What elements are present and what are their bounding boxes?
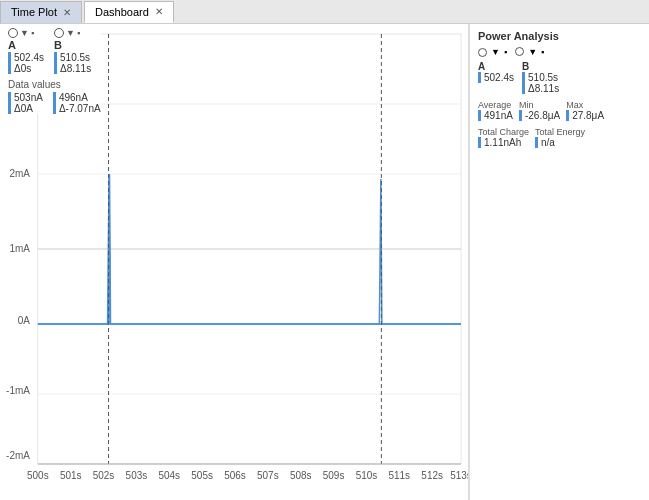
stat-average: Average 491nA — [478, 100, 513, 121]
power-panel-title: Power Analysis — [478, 30, 641, 42]
panel-cursor-b-pin-icon: ▼ — [528, 47, 537, 57]
tab-bar: Time Plot ✕ Dashboard ✕ — [0, 0, 649, 24]
panel-cursor-a-cam-icon: ▪ — [504, 47, 507, 57]
cursor-b-time: 510.5s Δ8.11s — [54, 52, 91, 74]
max-value: 27.8μA — [566, 110, 604, 121]
data-values-label: Data values — [8, 79, 101, 90]
svg-text:509s: 509s — [323, 470, 345, 481]
svg-text:506s: 506s — [224, 470, 246, 481]
svg-text:502s: 502s — [93, 470, 115, 481]
panel-cursor-b-delta: Δ8.11s — [522, 83, 559, 94]
data-values-section: Data values 503nA Δ0A 496nA Δ-7.07nA — [8, 79, 101, 114]
min-label: Min — [519, 100, 560, 110]
svg-text:503s: 503s — [126, 470, 148, 481]
cursor-b-pin-icon: ▼ — [66, 28, 75, 38]
svg-text:1mA: 1mA — [9, 243, 30, 254]
data-b-delta: Δ-7.07nA — [59, 103, 101, 114]
panel-cursor-row: A 502.4s B 510.5s Δ8.11s — [478, 61, 641, 94]
stat-min: Min -26.8μA — [519, 100, 560, 121]
cursor-b-label: B — [54, 39, 91, 51]
svg-text:501s: 501s — [60, 470, 82, 481]
cursor-b-icons: ▼ ▪ — [54, 28, 91, 38]
panel-cursor-a-time: 502.4s — [478, 72, 514, 83]
panel-cursor-b-cam-icon: ▪ — [541, 47, 544, 57]
cursor-b-block: ▼ ▪ B 510.5s Δ8.11s — [54, 28, 91, 75]
panel-stats: Average 491nA Min -26.8μA Max 27.8μA — [478, 100, 641, 121]
panel-cursor-a-label: A — [478, 61, 514, 72]
panel-cursor-a-block: A 502.4s — [478, 61, 514, 94]
svg-text:505s: 505s — [191, 470, 213, 481]
cursor-a-pin-icon: ▼ — [20, 28, 29, 38]
average-value: 491nA — [478, 110, 513, 121]
svg-text:512s: 512s — [421, 470, 443, 481]
svg-text:511s: 511s — [389, 470, 411, 481]
tab-timeplot-close[interactable]: ✕ — [63, 7, 71, 18]
cursor-a-circle-icon — [8, 28, 18, 38]
cursor-a-icons: ▼ ▪ — [8, 28, 44, 38]
plot-header: ▼ ▪ A 502.4s Δ0s ▼ ▪ B — [8, 28, 101, 114]
svg-text:513s: 513s — [450, 470, 468, 481]
svg-text:508s: 508s — [290, 470, 312, 481]
data-row: 503nA Δ0A 496nA Δ-7.07nA — [8, 92, 101, 114]
cursor-a-label: A — [8, 39, 44, 51]
svg-text:507s: 507s — [257, 470, 279, 481]
tab-dashboard-label: Dashboard — [95, 6, 149, 18]
svg-text:504s: 504s — [158, 470, 180, 481]
panel-cursor-a-pin-icon: ▼ — [491, 47, 500, 57]
panel-cursor-b-circle-icon — [515, 46, 524, 58]
data-b-block: 496nA Δ-7.07nA — [53, 92, 101, 114]
power-panel: Power Analysis ▼ ▪ ▼ ▪ A 502.4s B 510.5s… — [469, 24, 649, 500]
data-a-delta: Δ0A — [14, 103, 43, 114]
total-charge-value: 1.11nAh — [478, 137, 529, 148]
svg-text:-1mA: -1mA — [6, 385, 30, 396]
data-a-val: 503nA — [14, 92, 43, 103]
total-energy-value: n/a — [535, 137, 585, 148]
data-a-block: 503nA Δ0A — [8, 92, 43, 114]
cursor-b-circle-icon — [54, 28, 64, 38]
panel-cursor-a-circle-icon — [478, 48, 487, 57]
data-b-val: 496nA — [59, 92, 101, 103]
total-charge-label: Total Charge — [478, 127, 529, 137]
stat-max: Max 27.8μA — [566, 100, 604, 121]
cursor-b-cam-icon: ▪ — [77, 28, 80, 38]
svg-text:2mA: 2mA — [9, 168, 30, 179]
svg-text:-2mA: -2mA — [6, 450, 30, 461]
svg-text:0A: 0A — [18, 315, 31, 326]
tab-timeplot-label: Time Plot — [11, 6, 57, 18]
stat-total-energy: Total Energy n/a — [535, 127, 585, 148]
cursor-info: ▼ ▪ A 502.4s Δ0s ▼ ▪ B — [8, 28, 101, 75]
tab-timeplot[interactable]: Time Plot ✕ — [0, 1, 82, 23]
tab-dashboard-close[interactable]: ✕ — [155, 6, 163, 17]
panel-cursor-b-block: B 510.5s Δ8.11s — [522, 61, 559, 94]
panel-cursor-icons: ▼ ▪ ▼ ▪ — [478, 46, 641, 58]
panel-cursor-b-label: B — [522, 61, 559, 72]
stat-total-charge: Total Charge 1.11nAh — [478, 127, 529, 148]
max-label: Max — [566, 100, 604, 110]
total-energy-label: Total Energy — [535, 127, 585, 137]
svg-text:510s: 510s — [356, 470, 378, 481]
tab-dashboard[interactable]: Dashboard ✕ — [84, 1, 174, 23]
plot-area: ▼ ▪ A 502.4s Δ0s ▼ ▪ B — [0, 24, 469, 500]
panel-bottom: Total Charge 1.11nAh Total Energy n/a — [478, 127, 641, 148]
cursor-a-cam-icon: ▪ — [31, 28, 34, 38]
cursor-a-time: 502.4s Δ0s — [8, 52, 44, 74]
cursor-a-block: ▼ ▪ A 502.4s Δ0s — [8, 28, 44, 75]
main-content: ▼ ▪ A 502.4s Δ0s ▼ ▪ B — [0, 24, 649, 500]
average-label: Average — [478, 100, 513, 110]
min-value: -26.8μA — [519, 110, 560, 121]
svg-text:500s: 500s — [27, 470, 49, 481]
panel-cursor-b-time: 510.5s — [522, 72, 559, 83]
